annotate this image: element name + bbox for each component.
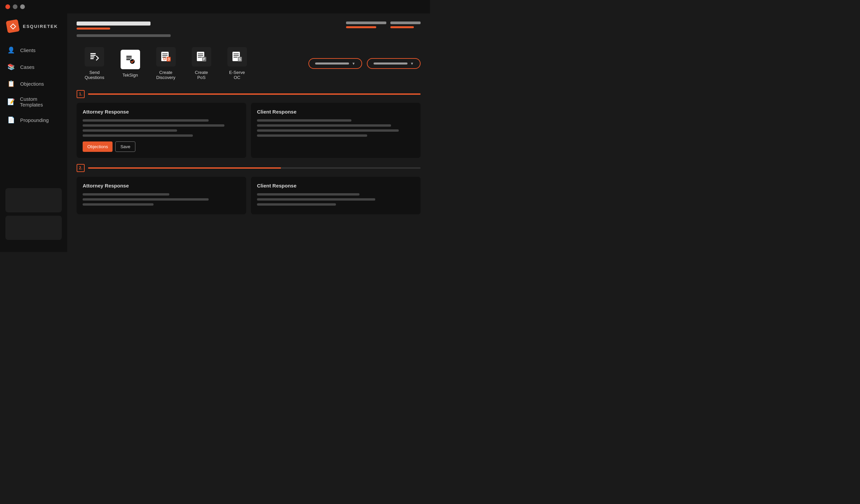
question-1-number: 1. xyxy=(76,90,85,98)
svg-rect-1 xyxy=(90,55,96,56)
logo-area: ESQUIRETEK xyxy=(0,20,67,42)
attorney-line-2-1 xyxy=(83,193,169,196)
header-title-block xyxy=(76,21,150,30)
client-response-2: Client Response xyxy=(251,177,420,214)
objections-button-1[interactable]: Objections xyxy=(83,142,113,152)
attorney-line-2-2 xyxy=(83,198,209,201)
send-questions-icon xyxy=(85,47,104,67)
client-response-1-title: Client Response xyxy=(257,109,415,115)
header-right-block-1 xyxy=(346,21,386,28)
create-pos-icon: P xyxy=(192,47,211,67)
svg-rect-10 xyxy=(162,55,168,56)
sidebar-item-objections[interactable]: 📋 Objections xyxy=(0,75,67,92)
objections-icon: 📋 xyxy=(7,79,15,88)
teksign-icon xyxy=(120,50,140,69)
svg-rect-16 xyxy=(198,54,203,55)
sidebar-label-propounding: Propounding xyxy=(20,117,49,123)
actions-row: Send Questions TekSign xyxy=(76,44,420,83)
dropdown-1-chevron: ▼ xyxy=(352,61,355,66)
sidebar-card-1 xyxy=(5,188,62,212)
svg-rect-2 xyxy=(90,56,95,57)
svg-rect-23 xyxy=(233,55,239,56)
question-section-1: 1. Attorney Response Objections Save Cli xyxy=(76,90,420,158)
client-line-2-2 xyxy=(257,198,375,201)
custom-templates-icon: 📝 xyxy=(7,98,15,106)
create-pos-label: Create PoS xyxy=(195,70,208,80)
question-section-2: 2. Attorney Response Client Response xyxy=(76,164,420,214)
attorney-response-2: Attorney Response xyxy=(76,177,246,214)
sidebar-cards xyxy=(0,183,67,245)
question-2-number: 2. xyxy=(76,164,85,172)
app-layout: ESQUIRETEK 👤 Clients 📚 Cases 📋 Objection… xyxy=(0,13,430,252)
cases-icon: 📚 xyxy=(7,62,15,71)
sidebar-item-custom-templates[interactable]: 📝 Custom Templates xyxy=(0,92,67,112)
question-1-line xyxy=(88,93,420,95)
page-header xyxy=(76,21,420,37)
header-right-block-2 xyxy=(390,21,420,28)
attorney-line-1-4 xyxy=(83,134,193,137)
create-discovery-icon: D D xyxy=(156,47,176,67)
svg-rect-6 xyxy=(126,59,130,60)
sidebar-label-cases: Cases xyxy=(20,64,34,70)
svg-rect-9 xyxy=(162,54,168,55)
action-teksign[interactable]: TekSign xyxy=(113,46,148,81)
svg-rect-17 xyxy=(198,55,203,56)
client-line-2-1 xyxy=(257,193,359,196)
minimize-dot[interactable] xyxy=(13,4,17,9)
attorney-response-2-title: Attorney Response xyxy=(83,183,240,188)
svg-rect-0 xyxy=(90,53,96,54)
client-line-2-3 xyxy=(257,203,336,206)
clients-icon: 👤 xyxy=(7,46,15,55)
action-create-discovery[interactable]: D D Create Discovery xyxy=(148,44,184,83)
action-e-serve-oc[interactable]: S E-Serve OC xyxy=(219,44,255,83)
e-serve-oc-icon: S xyxy=(227,47,247,67)
svg-text:P: P xyxy=(203,57,205,61)
client-line-1-3 xyxy=(257,129,399,132)
question-1-header: 1. xyxy=(76,90,420,98)
svg-text:S: S xyxy=(239,57,241,61)
main-content: Send Questions TekSign xyxy=(67,13,430,252)
dropdown-2-bar xyxy=(374,62,407,64)
client-line-1-4 xyxy=(257,134,367,137)
titlebar xyxy=(0,0,430,13)
svg-rect-18 xyxy=(198,57,202,58)
svg-text:D: D xyxy=(163,57,166,61)
e-serve-oc-label: E-Serve OC xyxy=(229,70,245,80)
close-dot[interactable] xyxy=(5,4,10,9)
sidebar-item-cases[interactable]: 📚 Cases xyxy=(0,58,67,75)
dropdown-1[interactable]: ▼ xyxy=(309,58,362,69)
header-right xyxy=(346,21,420,28)
question-2-header: 2. xyxy=(76,164,420,172)
header-right-bar-sm-1 xyxy=(346,26,376,28)
teksign-label: TekSign xyxy=(122,73,138,77)
sidebar-label-custom-templates: Custom Templates xyxy=(20,96,60,107)
attorney-response-1: Attorney Response Objections Save xyxy=(76,103,246,158)
svg-rect-24 xyxy=(233,57,238,58)
sidebar-card-2 xyxy=(5,216,62,240)
dropdown-2-chevron: ▼ xyxy=(410,61,414,66)
attorney-line-1-3 xyxy=(83,129,177,132)
svg-rect-4 xyxy=(126,56,132,57)
client-line-1-2 xyxy=(257,124,391,127)
header-desc-bar xyxy=(76,34,171,37)
sidebar-item-propounding[interactable]: 📄 Propounding xyxy=(0,112,67,128)
logo-icon xyxy=(6,19,20,33)
maximize-dot[interactable] xyxy=(20,4,25,9)
attorney-line-2-3 xyxy=(83,203,154,206)
header-title-bar xyxy=(76,21,150,26)
sidebar-label-objections: Objections xyxy=(20,81,44,87)
action-send-questions[interactable]: Send Questions xyxy=(76,44,113,83)
question-1-response-grid: Attorney Response Objections Save Client… xyxy=(76,103,420,158)
header-subtitle-bar xyxy=(76,28,110,30)
send-questions-label: Send Questions xyxy=(85,70,104,80)
actions-right: ▼ ▼ xyxy=(309,58,420,69)
save-button-1[interactable]: Save xyxy=(115,142,135,152)
sidebar-label-clients: Clients xyxy=(20,47,35,53)
sidebar: ESQUIRETEK 👤 Clients 📚 Cases 📋 Objection… xyxy=(0,13,67,252)
dropdown-2[interactable]: ▼ xyxy=(367,58,420,69)
action-create-pos[interactable]: P Create PoS xyxy=(184,44,219,83)
question-2-response-grid: Attorney Response Client Response xyxy=(76,177,420,214)
sidebar-item-clients[interactable]: 👤 Clients xyxy=(0,42,67,58)
attorney-line-1-1 xyxy=(83,119,209,121)
header-right-bar-sm-2 xyxy=(390,26,414,28)
